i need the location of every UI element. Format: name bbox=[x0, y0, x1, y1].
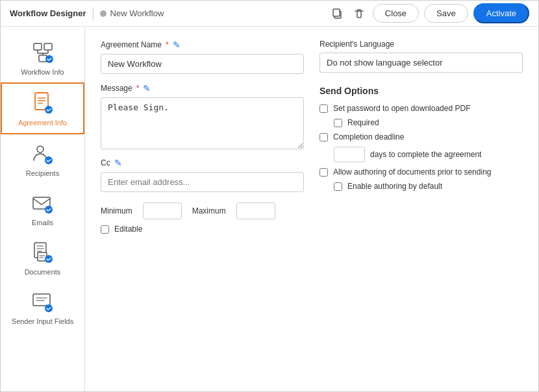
required-checkbox[interactable] bbox=[334, 119, 342, 127]
cc-input[interactable] bbox=[101, 172, 304, 192]
activate-button[interactable]: Activate bbox=[473, 3, 529, 23]
editable-row: Editable bbox=[101, 225, 304, 234]
sidebar-item-sender-input-fields[interactable]: Sender Input Fields bbox=[1, 282, 84, 332]
header-divider bbox=[93, 7, 94, 20]
deadline-checkbox-row: Completion deadline bbox=[320, 132, 523, 141]
sidebar-item-emails[interactable]: Emails bbox=[1, 184, 84, 233]
message-required-star: * bbox=[136, 84, 140, 93]
svg-point-19 bbox=[45, 206, 53, 214]
header-actions: Close Save Activate bbox=[329, 3, 529, 23]
breadcrumb-text: New Workflow bbox=[110, 8, 164, 18]
sidebar-item-workflow-info[interactable]: Workflow Info bbox=[1, 33, 84, 82]
copy-button[interactable] bbox=[329, 5, 345, 22]
message-textarea[interactable] bbox=[101, 97, 304, 149]
svg-point-26 bbox=[45, 304, 53, 312]
completion-deadline-checkbox[interactable] bbox=[320, 133, 328, 141]
password-label: Set password to open downloaded PDF bbox=[333, 104, 470, 113]
allow-authoring-row: Allow authoring of documents prior to se… bbox=[320, 167, 523, 177]
save-button[interactable]: Save bbox=[424, 4, 468, 23]
days-label: days to complete the agreement bbox=[370, 150, 481, 159]
agreement-name-input[interactable] bbox=[101, 54, 304, 74]
recipients-icon bbox=[30, 141, 56, 167]
emails-icon bbox=[30, 190, 56, 216]
minimum-input[interactable] bbox=[143, 202, 182, 219]
editable-label: Editable bbox=[114, 225, 142, 234]
agreement-name-label: Agreement Name * ✎ bbox=[101, 40, 304, 50]
main-layout: Workflow Info Agreement Info bbox=[1, 27, 538, 391]
required-label: Required bbox=[347, 118, 379, 127]
svg-rect-23 bbox=[33, 294, 50, 306]
message-edit-icon[interactable]: ✎ bbox=[143, 83, 151, 93]
minmax-row: Minimum Maximum bbox=[101, 202, 304, 219]
enable-authoring-row: Enable authoring by default bbox=[334, 182, 523, 191]
sidebar-label-sender-input-fields: Sender Input Fields bbox=[12, 317, 73, 325]
svg-rect-1 bbox=[333, 9, 340, 16]
enable-authoring-label: Enable authoring by default bbox=[347, 182, 442, 191]
svg-rect-2 bbox=[34, 43, 42, 50]
editable-checkbox[interactable] bbox=[101, 225, 109, 234]
allow-authoring-label: Allow authoring of documents prior to se… bbox=[333, 167, 491, 177]
required-row: Required bbox=[334, 118, 523, 127]
sidebar-item-recipients[interactable]: Recipients bbox=[1, 134, 84, 184]
maximum-input[interactable] bbox=[236, 202, 275, 219]
svg-point-22 bbox=[45, 255, 53, 263]
cc-label: Cc ✎ bbox=[101, 158, 304, 168]
language-value: Do not show language selector bbox=[327, 58, 443, 67]
app-title: Workflow Designer bbox=[10, 8, 86, 18]
sender-input-fields-icon bbox=[30, 289, 56, 315]
breadcrumb: New Workflow bbox=[100, 8, 164, 18]
completion-deadline-label: Completion deadline bbox=[333, 132, 404, 141]
agreement-name-edit-icon[interactable]: ✎ bbox=[173, 40, 181, 50]
workflow-info-icon bbox=[30, 40, 56, 66]
maximum-label: Maximum bbox=[192, 206, 226, 215]
allow-authoring-checkbox[interactable] bbox=[320, 168, 328, 177]
cc-section: Cc ✎ bbox=[101, 158, 304, 192]
breadcrumb-dot bbox=[100, 10, 107, 17]
deadline-days-input[interactable] bbox=[334, 147, 365, 162]
content-area: Agreement Name * ✎ Message * ✎ bbox=[85, 27, 538, 391]
recipient-language-label: Recipient's Language bbox=[320, 40, 523, 49]
agreement-info-icon bbox=[30, 90, 56, 116]
sidebar-item-agreement-info[interactable]: Agreement Info bbox=[1, 82, 84, 134]
sidebar-item-documents[interactable]: Documents bbox=[1, 233, 84, 282]
enable-authoring-checkbox[interactable] bbox=[334, 182, 342, 191]
left-column: Agreement Name * ✎ Message * ✎ bbox=[101, 40, 304, 239]
sidebar: Workflow Info Agreement Info bbox=[1, 27, 85, 391]
cc-edit-icon[interactable]: ✎ bbox=[114, 158, 122, 168]
right-column: Recipient's Language Do not show languag… bbox=[320, 40, 523, 239]
set-password-checkbox[interactable] bbox=[320, 104, 328, 113]
sidebar-label-workflow-info: Workflow Info bbox=[21, 68, 64, 76]
svg-point-10 bbox=[45, 55, 53, 63]
svg-rect-3 bbox=[44, 43, 52, 50]
header: Workflow Designer New Workflow Close Sav… bbox=[1, 1, 538, 27]
top-form-row: Agreement Name * ✎ Message * ✎ bbox=[101, 40, 523, 239]
send-options-section: Send Options Set password to open downlo… bbox=[320, 86, 523, 191]
sidebar-label-documents: Documents bbox=[25, 268, 61, 276]
send-options-title: Send Options bbox=[320, 86, 523, 96]
deadline-input-row: days to complete the agreement bbox=[334, 147, 523, 162]
message-label: Message * ✎ bbox=[101, 83, 304, 93]
sidebar-label-recipients: Recipients bbox=[26, 169, 59, 177]
svg-point-16 bbox=[37, 146, 44, 153]
required-star: * bbox=[166, 40, 169, 49]
close-button[interactable]: Close bbox=[373, 4, 419, 23]
minimum-label: Minimum bbox=[101, 206, 132, 215]
sidebar-label-agreement-info: Agreement Info bbox=[18, 119, 67, 127]
documents-icon bbox=[30, 239, 56, 265]
delete-button[interactable] bbox=[351, 5, 368, 22]
language-dropdown[interactable]: Do not show language selector bbox=[320, 53, 523, 73]
sidebar-label-emails: Emails bbox=[32, 219, 53, 227]
password-row: Set password to open downloaded PDF bbox=[320, 104, 523, 113]
svg-point-15 bbox=[45, 106, 53, 114]
svg-point-17 bbox=[45, 156, 53, 164]
app-window: Workflow Designer New Workflow Close Sav… bbox=[0, 0, 539, 392]
